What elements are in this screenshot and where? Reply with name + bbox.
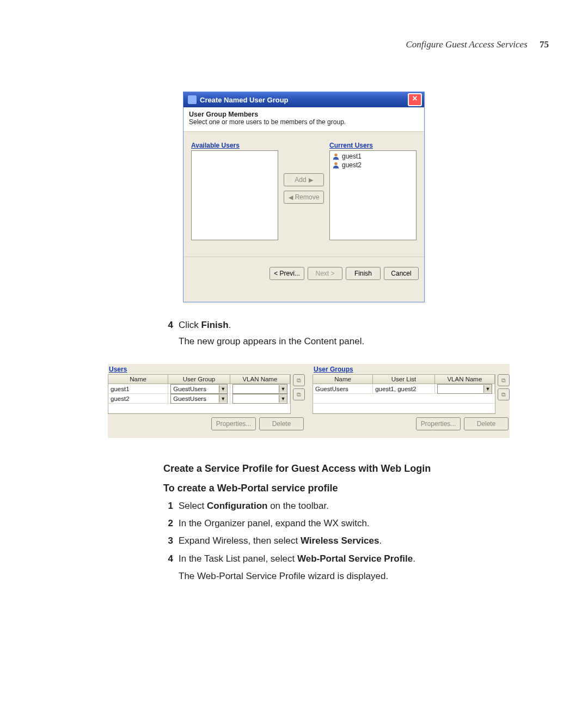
- step-text: In the Task List panel, select Web-Porta…: [179, 551, 415, 567]
- copy-icon[interactable]: ⧉: [498, 374, 510, 386]
- app-icon: [188, 95, 197, 104]
- remove-button[interactable]: ◀ Remove: [284, 191, 324, 204]
- text: .: [413, 553, 415, 564]
- empty-row: [313, 394, 495, 404]
- cell-group[interactable]: GuestUsers▼: [168, 394, 230, 404]
- chevron-down-icon[interactable]: ▼: [219, 395, 227, 403]
- list-item[interactable]: guest2: [332, 161, 414, 169]
- list-item-label: guest2: [342, 161, 362, 169]
- properties-button[interactable]: Properties...: [416, 417, 461, 430]
- groups-table[interactable]: Name User List VLAN Name GuestUsers gues…: [313, 374, 495, 414]
- copy-icon[interactable]: ⧉: [293, 388, 305, 400]
- cell-vlan[interactable]: ▼: [230, 394, 290, 404]
- col-header[interactable]: User Group: [168, 375, 230, 384]
- col-header[interactable]: VLAN Name: [435, 375, 495, 384]
- cell-vlan[interactable]: ▼: [435, 384, 495, 394]
- text-bold: Configuration: [207, 501, 267, 511]
- step-text: Expand Wireless, then select Wireless Se…: [179, 533, 382, 549]
- step-number: 3: [163, 533, 173, 549]
- list-item[interactable]: guest1: [332, 152, 414, 161]
- step-result: The new group appears in the Content pan…: [179, 334, 517, 349]
- text-bold: Web-Portal Service Profile: [297, 553, 413, 564]
- step-result: The Web-Portal Service Profile wizard is…: [179, 569, 528, 584]
- col-header[interactable]: VLAN Name: [230, 375, 290, 384]
- cell-vlan[interactable]: ▼: [230, 384, 290, 394]
- cell-group[interactable]: GuestUsers▼: [168, 384, 230, 394]
- combo-value: GuestUsers: [173, 395, 206, 402]
- user-icon: [332, 153, 340, 160]
- running-head-text: Configure Guest Access Services: [406, 39, 527, 50]
- col-header[interactable]: Name: [108, 375, 168, 384]
- table-row[interactable]: guest2 GuestUsers▼ ▼: [108, 394, 290, 404]
- delete-button[interactable]: Delete: [464, 417, 509, 430]
- delete-button[interactable]: Delete: [259, 417, 304, 430]
- text-bold: Wireless Services: [301, 535, 379, 546]
- col-header[interactable]: User List: [373, 375, 435, 384]
- cancel-button[interactable]: Cancel: [384, 267, 419, 280]
- vlan-combo[interactable]: ▼: [232, 394, 287, 404]
- step-text: Click Finish.: [179, 318, 231, 332]
- next-button[interactable]: Next >: [308, 267, 342, 280]
- empty-row: [108, 404, 290, 413]
- table-row[interactable]: GuestUsers guest1, guest2 ▼: [313, 384, 495, 394]
- text: Select: [179, 501, 207, 511]
- col-header[interactable]: Name: [313, 375, 373, 384]
- create-user-group-dialog: Create Named User Group × User Group Mem…: [183, 92, 425, 302]
- users-section: Users Name User Group VLAN Name guest1 G…: [108, 364, 305, 438]
- text: In the Task List panel, select: [179, 553, 297, 564]
- properties-button[interactable]: Properties...: [211, 417, 256, 430]
- groups-section: User Groups Name User List VLAN Name Gue…: [313, 364, 510, 438]
- text: .: [229, 320, 231, 330]
- finish-button[interactable]: Finish: [346, 267, 381, 280]
- step-text: Select Configuration on the toolbar.: [179, 498, 329, 514]
- chevron-down-icon[interactable]: ▼: [279, 385, 287, 393]
- instruction-block-b: Create a Service Profile for Guest Acces…: [163, 458, 528, 584]
- users-label: Users: [108, 364, 305, 374]
- text: Click: [179, 320, 201, 330]
- current-users-column: Current Users guest1 guest2: [329, 142, 416, 240]
- vlan-combo[interactable]: ▼: [232, 384, 287, 394]
- group-combo[interactable]: GuestUsers▼: [170, 394, 228, 404]
- groups-side-buttons: ⧉ ⧉: [498, 374, 510, 414]
- chevron-down-icon[interactable]: ▼: [279, 395, 287, 403]
- copy-icon[interactable]: ⧉: [293, 374, 305, 386]
- current-users-list[interactable]: guest1 guest2: [329, 150, 416, 240]
- users-side-buttons: ⧉ ⧉: [293, 374, 305, 414]
- close-icon[interactable]: ×: [408, 93, 422, 106]
- arrow-right-icon: ▶: [309, 176, 313, 184]
- content-panel: Users Name User Group VLAN Name guest1 G…: [108, 364, 510, 438]
- heading: Create a Service Profile for Guest Acces…: [163, 461, 528, 477]
- text-bold: Finish: [201, 320, 229, 330]
- available-users-label: Available Users: [191, 142, 278, 149]
- arrow-left-icon: ◀: [289, 194, 293, 201]
- cell-name: guest2: [108, 394, 168, 404]
- step-number: 4: [163, 318, 173, 332]
- chevron-down-icon[interactable]: ▼: [219, 385, 227, 393]
- cell-userlist: guest1, guest2: [373, 384, 435, 394]
- users-table[interactable]: Name User Group VLAN Name guest1 GuestUs…: [108, 374, 291, 414]
- chevron-down-icon[interactable]: ▼: [483, 385, 492, 393]
- current-users-label: Current Users: [329, 142, 416, 149]
- copy-icon[interactable]: ⧉: [498, 388, 510, 400]
- page-number: 75: [540, 39, 549, 50]
- previous-button[interactable]: < Previ...: [270, 267, 304, 280]
- available-users-list[interactable]: [191, 150, 278, 240]
- dialog-titlebar[interactable]: Create Named User Group ×: [183, 92, 424, 107]
- text: on the toolbar.: [267, 501, 328, 511]
- subheading: To create a Web-Portal service profile: [163, 480, 528, 497]
- add-button[interactable]: Add ▶: [284, 173, 324, 186]
- groups-label: User Groups: [313, 364, 510, 374]
- svg-point-1: [334, 162, 337, 165]
- text: Expand Wireless, then select: [179, 535, 301, 546]
- table-row[interactable]: guest1 GuestUsers▼ ▼: [108, 384, 290, 394]
- vlan-combo[interactable]: ▼: [437, 384, 492, 394]
- combo-value: GuestUsers: [173, 386, 206, 392]
- section-title: User Group Members: [189, 111, 419, 118]
- empty-row: [313, 404, 495, 413]
- user-icon: [332, 161, 340, 169]
- group-combo[interactable]: GuestUsers▼: [170, 384, 228, 394]
- separator: [183, 257, 424, 257]
- section-description: Select one or more users to be members o…: [189, 118, 419, 126]
- cell-name: GuestUsers: [313, 384, 373, 394]
- add-button-label: Add: [295, 176, 306, 184]
